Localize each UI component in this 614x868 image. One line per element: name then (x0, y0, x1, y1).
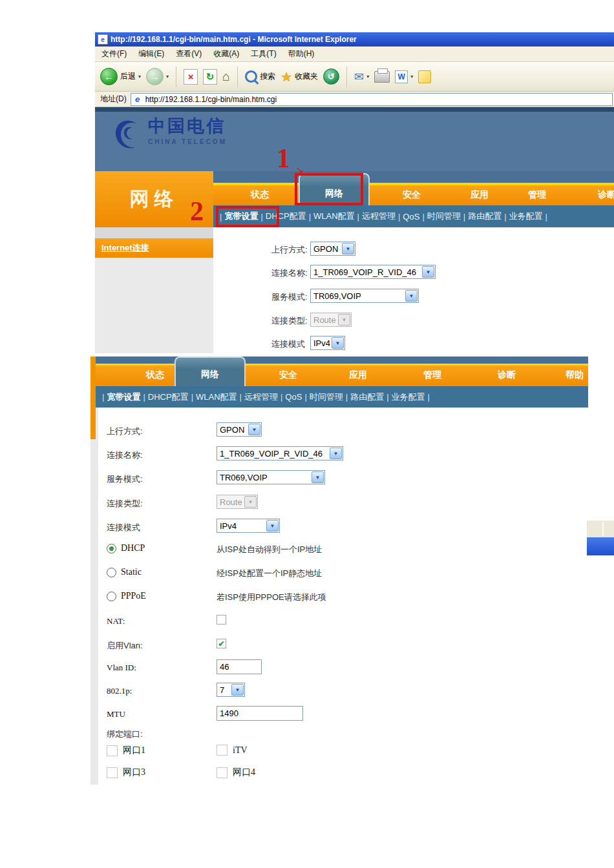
subnav2-qos[interactable]: |QoS (278, 392, 302, 402)
chevron-down-icon[interactable]: ▼ (266, 520, 279, 532)
refresh-button[interactable]: ↻ (203, 69, 217, 85)
back-dropdown-icon[interactable]: ▾ (138, 74, 141, 79)
messenger-icon (418, 70, 431, 83)
mail-button[interactable]: ✉ ▾ (354, 70, 369, 84)
chevron-down-icon[interactable]: ▼ (330, 448, 342, 459)
menu-edit[interactable]: 编辑(E) (138, 48, 164, 59)
subnav1-time[interactable]: |时间管理 (419, 211, 460, 222)
nat-checkbox[interactable] (217, 615, 226, 625)
favorites-button[interactable]: ★ 收藏夹 (281, 69, 318, 85)
chevron-down-icon[interactable]: ▼ (342, 243, 354, 254)
uplink-select[interactable]: GPON▼ (217, 422, 262, 437)
mtu-input[interactable] (217, 706, 303, 721)
pipe-separator: | (346, 392, 348, 402)
home-button[interactable]: ⌂ (222, 69, 230, 84)
window-title: http://192.168.1.1/cgi-bin/main.htm.cgi … (111, 35, 357, 44)
service-mode-select[interactable]: TR069,VOIP▼ (310, 289, 419, 303)
menu-view[interactable]: 查看(V) (176, 48, 202, 59)
subnav2-wlan[interactable]: |WLAN配置 (189, 391, 237, 403)
telecom-logo-icon (113, 118, 142, 151)
subnav2-dhcp[interactable]: |DHCP配置 (140, 391, 188, 403)
window-fragment-divider (602, 522, 604, 535)
tab1-status[interactable]: 状态 (251, 189, 269, 201)
logo-english-text: CHINA TELECOM (148, 138, 227, 145)
port3-checkbox[interactable] (107, 767, 118, 778)
tab2-management[interactable]: 管理 (423, 369, 441, 381)
back-button[interactable]: ← 后退 ▾ (100, 68, 141, 85)
ie-page-icon: e (133, 95, 142, 104)
subnav2-remote[interactable]: |远程管理 (237, 391, 278, 403)
tab2-security[interactable]: 安全 (279, 369, 297, 381)
subnav1-wlan[interactable]: |WLAN配置 (306, 211, 355, 222)
tab1-application[interactable]: 应用 (471, 189, 489, 201)
tab2-help[interactable]: 帮助 (566, 369, 584, 381)
chevron-down-icon[interactable]: ▼ (312, 471, 324, 483)
conn-name-select[interactable]: 1_TR069_VOIP_R_VID_46▼ (310, 265, 436, 279)
chevron-down-icon[interactable]: ▼ (332, 337, 344, 349)
edit-dropdown-icon[interactable]: ▾ (410, 74, 413, 79)
sidebar-item-internet[interactable]: Internet连接 (95, 238, 213, 258)
messenger-button[interactable] (418, 70, 431, 83)
tab2-diagnosis[interactable]: 诊断 (498, 369, 516, 381)
menu-favorites[interactable]: 收藏(A) (213, 48, 239, 59)
conn-name-select[interactable]: 1_TR069_VOIP_R_VID_46▼ (217, 446, 343, 460)
tab1-security[interactable]: 安全 (403, 189, 421, 201)
annotation-box-broadband (216, 206, 279, 227)
port1-checkbox[interactable] (107, 745, 118, 756)
chevron-down-icon[interactable]: ▼ (231, 684, 244, 696)
pppoe-radio-label: PPPoE (121, 591, 146, 601)
pppoe-radio[interactable] (107, 592, 116, 601)
mtu-label: MTU (107, 709, 125, 719)
chevron-down-icon[interactable]: ▼ (422, 266, 434, 278)
static-radio-label: Static (121, 567, 142, 577)
port1-label: 网口1 (123, 745, 145, 756)
tab2-status[interactable]: 状态 (146, 369, 164, 381)
search-button[interactable]: 搜索 (245, 70, 275, 83)
subnav2-broadband[interactable]: |宽带设置 (100, 391, 140, 403)
tab1-management[interactable]: 管理 (528, 189, 546, 201)
dhcp-radio-row: DHCP (107, 543, 145, 553)
subnav1-route[interactable]: |路由配置 (461, 211, 502, 222)
menu-file[interactable]: 文件(F) (101, 48, 127, 59)
tab2-network[interactable]: 网络 (201, 369, 219, 380)
forward-dropdown-icon[interactable]: ▾ (166, 74, 169, 79)
static-radio[interactable] (107, 568, 116, 577)
port3-row: 网口3 (107, 767, 145, 778)
service-mode-select[interactable]: TR069,VOIP▼ (217, 470, 325, 484)
stop-button[interactable]: × (184, 69, 198, 85)
itv-checkbox[interactable] (217, 745, 228, 756)
subnav1-service[interactable]: |业务配置| (502, 211, 550, 222)
uplink-select[interactable]: GPON▼ (310, 242, 355, 256)
edit-word-button[interactable]: W ▾ (395, 70, 413, 83)
subnav2-time[interactable]: |时间管理 (302, 391, 343, 403)
vlan-id-label: Vlan ID: (107, 663, 136, 673)
mail-dropdown-icon[interactable]: ▾ (366, 74, 369, 79)
toolbar-separator (237, 67, 238, 87)
p8021-select[interactable]: 7▼ (217, 683, 245, 697)
subnav2-route[interactable]: |路由配置 (343, 391, 384, 403)
port4-checkbox[interactable] (217, 767, 228, 778)
vlan-enable-checkbox[interactable]: ✔ (217, 639, 226, 648)
pipe-separator: | (240, 392, 242, 402)
service-mode-label: 服务模式: (107, 473, 143, 485)
conn-mode-select[interactable]: IPv4▼ (310, 336, 345, 350)
menu-bar: 文件(F) 编辑(E) 查看(V) 收藏(A) 工具(T) 帮助(H) (95, 46, 614, 62)
tab1-diagnosis[interactable]: 诊断 (598, 189, 614, 201)
subnav1-remote[interactable]: |远程管理 (355, 211, 396, 222)
tab2-application[interactable]: 应用 (349, 369, 367, 381)
history-button[interactable]: ↺ (323, 68, 339, 85)
print-button[interactable] (374, 71, 390, 83)
vlan-id-input[interactable] (217, 659, 262, 674)
menu-help[interactable]: 帮助(H) (288, 48, 315, 59)
chevron-down-icon[interactable]: ▼ (405, 290, 418, 302)
dhcp-radio[interactable] (107, 544, 116, 553)
subnav2-service[interactable]: |业务配置| (384, 391, 432, 403)
conn-mode-select[interactable]: IPv4▼ (217, 519, 280, 533)
chevron-down-icon[interactable]: ▼ (248, 424, 260, 435)
menu-tools[interactable]: 工具(T) (251, 48, 276, 59)
internet-connection-link[interactable]: Internet连接 (101, 242, 149, 254)
forward-button[interactable]: → ▾ (146, 68, 169, 85)
history-icon: ↺ (323, 68, 339, 85)
address-input[interactable]: e http://192.168.1.1/cgi-bin/main.htm.cg… (131, 93, 613, 106)
subnav1-qos[interactable]: |QoS (396, 212, 419, 222)
